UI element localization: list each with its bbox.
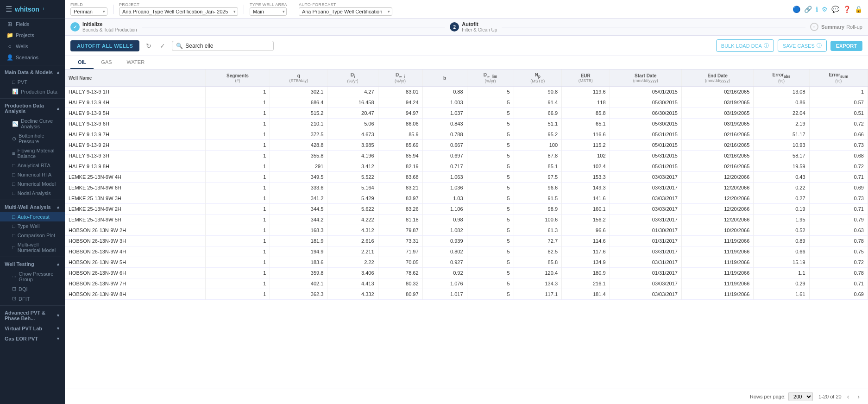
step-2-title: Autofit [462,21,497,27]
table-row[interactable]: HOBSON 26-13N-9W 7H1402.14.41380.321.076… [65,278,868,289]
cell-start_date: 03/31/2017 [610,257,681,268]
prev-page-button[interactable]: ‹ [844,392,852,401]
rows-per-page-select[interactable]: 200 100 50 [788,392,813,401]
sidebar-item-numerical-model[interactable]: □ Numerical Model [0,179,65,189]
cell-Dterm: 78.62 [378,268,422,278]
lock-icon[interactable]: 🔒 [855,6,862,13]
sidebar-item-comparison[interactable]: □ Comparison Plot [0,231,65,240]
cell-q: 362.3 [270,289,327,300]
auto-forecast-select[interactable]: Ana Proano_Type Well Certification [299,7,392,16]
sidebar-group-advanced-pvt[interactable]: Advanced PVT & Phase Beh... ▼ [0,308,65,323]
check-button[interactable]: ✓ [158,41,167,50]
cell-error_sum: 0.66 [809,129,868,140]
sidebar-item-type-well[interactable]: □ Type Well [0,221,65,231]
table-row[interactable]: LEMKE 25-13N-9W 4H1349.55.52283.681.0635… [65,172,868,183]
sidebar-item-bottomhole[interactable]: ⊙ Bottomhole Pressure [0,131,65,146]
sidebar-item-dfit[interactable]: ⊡ DFIT [0,294,65,303]
table-row[interactable]: HALEY 9-13-9 4H1686.416.45894.241.003591… [65,97,868,108]
sidebar-item-dca[interactable]: 📉 Decline Curve Analysis [0,116,65,131]
col-di: Di(%/yr) [327,69,378,87]
nodal-icon: □ [12,190,15,196]
save-cases-button[interactable]: SAVE CASES ⓘ [778,39,827,52]
table-row[interactable]: HALEY 9-13-9 7H1372.54.67385.90.788595.2… [65,129,868,140]
sidebar-group-production-analysis[interactable]: Production Data Analysis ▲ [0,101,65,116]
cell-segments: 1 [205,172,270,183]
table-row[interactable]: HOBSON 26-13N-9W 3H1181.92.61673.310.939… [65,236,868,246]
bulk-load-dca-button[interactable]: BULK LOAD DCA ⓘ [716,39,774,52]
cell-q: 302.1 [270,87,327,97]
logo-text: whitson [15,6,39,13]
sidebar-item-auto-forecast[interactable]: □ Auto-Forecast [0,212,65,221]
sidebar-group-main-data[interactable]: Main Data & Models ▲ [0,67,65,77]
sidebar-item-dqi[interactable]: ⊡ DQI [0,284,65,294]
type-well-area-select[interactable]: Main [250,7,287,16]
cell-Dterm_lim: 5 [467,183,514,193]
table-row[interactable]: HOBSON 26-13N-9W 8H1362.34.33280.971.017… [65,289,868,300]
sidebar-group-gas-eor[interactable]: Gas EOR PVT ▼ [0,334,65,344]
step-2-sub: Filter & Clean Up [462,27,497,32]
help-icon[interactable]: ❓ [843,6,851,13]
sidebar-item-production-data[interactable]: 📊 Production Data [0,87,65,96]
table-row[interactable]: HALEY 9-13-9 5H1515.220.4794.971.037566.… [65,108,868,119]
table-row[interactable]: LEMKE 25-13N-9W 5H1344.24.22281.180.9851… [65,215,868,225]
sidebar-item-scenarios[interactable]: 👤 Scenarios [0,52,65,63]
table-row[interactable]: HOBSON 26-13N-9W 6H1359.83.40678.620.925… [65,268,868,278]
autofit-all-wells-button[interactable]: AUTOFIT ALL WELLS [70,40,139,51]
cell-EUR: 114.6 [562,236,610,246]
cell-end_date: 03/19/2065 [681,108,753,119]
projects-icon: 📁 [6,32,13,38]
sidebar-item-nodal[interactable]: □ Nodal Analysis [0,189,65,198]
sidebar-item-pvt[interactable]: □ PVT [0,77,65,87]
search-input[interactable] [185,43,264,49]
tab-gas[interactable]: GAS [94,56,119,69]
sidebar-item-numerical-rta[interactable]: □ Numerical RTA [0,170,65,179]
cell-Dterm: 73.31 [378,236,422,246]
bottomhole-icon: ⊙ [12,136,16,142]
topbar-separator [113,5,113,14]
sidebar-item-projects[interactable]: 📁 Projects [0,30,65,41]
table-row[interactable]: HOBSON 26-13N-9W 4H1194.92.21171.970.802… [65,246,868,257]
cell-Np: 85.8 [514,257,561,268]
next-page-button[interactable]: › [855,392,862,401]
table-row[interactable]: LEMKE 25-13N-9W 3H1341.25.42983.971.0359… [65,193,868,204]
cell-start_date: 01/31/2017 [610,268,681,278]
chat-icon[interactable]: 💬 [831,6,839,13]
sidebar: ☰ whitson + ⊞ Fields 📁 Projects ○ Wells … [0,0,65,404]
cell-Dterm_lim: 5 [467,236,514,246]
table-row[interactable]: LEMKE 25-13N-9W 6H1333.65.16483.211.0365… [65,183,868,193]
cell-start_date: 05/30/2015 [610,119,681,129]
table-row[interactable]: HALEY 9-13-9 1H1302.14.2783.010.88590.81… [65,87,868,97]
sidebar-item-flowing[interactable]: ≡ Flowing Material Balance [0,146,65,161]
sidebar-item-label: Chow Pressure Group [19,271,60,282]
table-row[interactable]: HOBSON 26-13N-9W 5H1183.62.2270.050.9275… [65,257,868,268]
sidebar-group-virtual-pvt[interactable]: Virtual PVT Lab ▼ [0,323,65,334]
table-row[interactable]: HALEY 9-13-9 2H1428.83.98585.690.6675100… [65,140,868,151]
info-icon[interactable]: ℹ [816,6,818,13]
sidebar-item-fields[interactable]: ⊞ Fields [0,19,65,30]
sidebar-item-multi-numerical[interactable]: □ Multi-well Numerical Model [0,240,65,255]
cell-start_date: 05/31/2015 [610,129,681,140]
export-button[interactable]: EXPORT [830,41,862,51]
table-row[interactable]: LEMKE 25-13N-9W 2H1344.55.62283.261.1065… [65,204,868,215]
sidebar-item-chow-pressure[interactable]: ··· Chow Pressure Group [0,269,65,284]
field-select[interactable]: Permian [70,7,107,16]
table-row[interactable]: HALEY 9-13-9 6H1210.15.0686.060.843551.1… [65,119,868,129]
cell-b: 1.037 [422,108,467,119]
table-row[interactable]: HALEY 9-13-9 3H1355.84.19685.940.697587.… [65,151,868,161]
project-select[interactable]: Ana Proano_Type Well Certification_Jan- … [119,7,238,16]
sidebar-group-well-testing[interactable]: Well Testing ▲ [0,259,65,269]
sidebar-item-wells[interactable]: ○ Wells [0,41,65,52]
sidebar-item-analytical-rta[interactable]: □ Analytical RTA [0,161,65,170]
link-icon[interactable]: 🔗 [804,6,812,13]
cell-b: 1.036 [422,183,467,193]
tab-oil[interactable]: OIL [70,56,94,69]
hamburger-icon[interactable]: ☰ [6,5,12,13]
table-row[interactable]: HALEY 9-13-9 8H12913.41282.190.717585.11… [65,161,868,172]
sidebar-group-multi-well[interactable]: Multi-Well Analysis ▲ [0,202,65,212]
settings-icon[interactable]: ⚙ [822,6,828,13]
sync-icon[interactable]: 🔵 [793,6,800,13]
tab-water[interactable]: WATER [120,56,152,69]
refresh-button[interactable]: ↻ [144,41,153,50]
cell-Dterm_lim: 5 [467,108,514,119]
table-row[interactable]: HOBSON 26-13N-9W 2H1168.34.31279.871.082… [65,225,868,236]
